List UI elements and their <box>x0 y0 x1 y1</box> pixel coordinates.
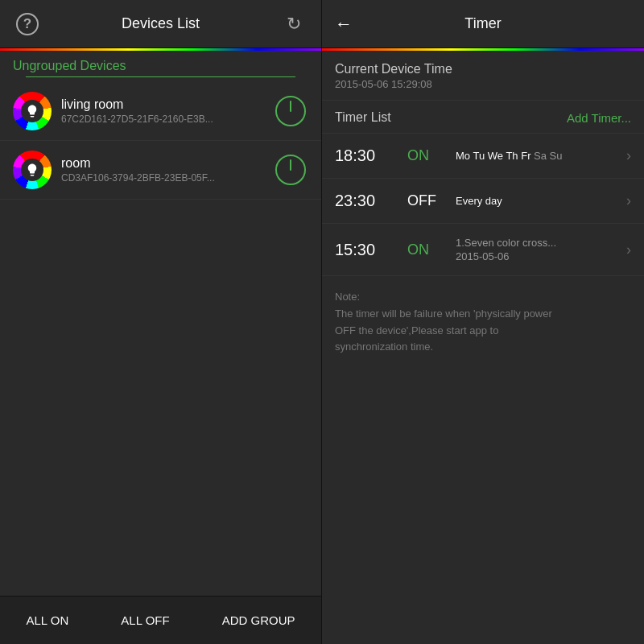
device-id-1: 67C2D161-27D5-21F6-2160-E3B... <box>61 114 273 125</box>
timer-chevron-2: › <box>626 192 631 209</box>
note-section: Note: The timer will be failure when 'ph… <box>322 276 644 369</box>
device-name-1: living room <box>61 97 273 112</box>
device-list: living room 67C2D161-27D5-21F6-2160-E3B.… <box>0 82 321 596</box>
device-info-1: living room 67C2D161-27D5-21F6-2160-E3B.… <box>61 97 273 125</box>
section-divider <box>26 76 295 77</box>
timer-time-2: 23:30 <box>335 192 407 210</box>
current-device-label: Current Device Time <box>335 62 631 76</box>
right-panel: ← Timer Current Device Time 2015-05-06 1… <box>322 0 644 644</box>
right-content: Current Device Time 2015-05-06 15:29:08 … <box>322 51 644 644</box>
timer-days-1: Mo Tu We Th Fr Sa Su <box>456 150 620 162</box>
refresh-icon: ↻ <box>287 14 301 35</box>
device-name-2: room <box>61 156 273 171</box>
timer-chevron-3: › <box>626 242 631 258</box>
day-su: Su <box>550 150 563 162</box>
note-title: Note: <box>335 291 360 303</box>
device-item[interactable]: living room 67C2D161-27D5-21F6-2160-E3B.… <box>0 82 321 141</box>
timer-item-3[interactable]: 15:30 ON 1.Seven color cross... 2015-05-… <box>322 224 644 276</box>
timer-list-label: Timer List <box>335 110 391 125</box>
add-timer-button[interactable]: Add Timer... <box>567 111 631 125</box>
timer-every-day: Every day <box>456 195 502 207</box>
day-th: Th <box>506 150 521 162</box>
day-fr: Fr <box>521 150 534 162</box>
timer-title: Timer <box>365 15 601 32</box>
bulb-icon-1 <box>23 102 41 120</box>
timer-action-1: ON <box>407 147 448 164</box>
power-line-1 <box>290 101 292 112</box>
power-circle-1 <box>275 96 306 126</box>
device-id-2: CD3AF106-3794-2BFB-23EB-05F... <box>61 172 273 184</box>
left-panel: ? Devices List ↻ Ungrouped Devices livin… <box>0 0 322 644</box>
timer-days-3: 1.Seven color cross... <box>456 237 620 249</box>
day-tu: Tu <box>473 150 487 162</box>
timer-details-3: 1.Seven color cross... 2015-05-06 <box>456 237 620 262</box>
power-button-1[interactable] <box>273 93 308 129</box>
all-on-button[interactable]: ALL ON <box>14 607 82 634</box>
device-item-2[interactable]: room CD3AF106-3794-2BFB-23EB-05F... <box>0 141 321 200</box>
help-button[interactable]: ? <box>13 10 42 39</box>
back-button[interactable]: ← <box>335 14 353 35</box>
day-sa: Sa <box>534 150 550 162</box>
device-info-2: room CD3AF106-3794-2BFB-23EB-05F... <box>61 156 273 184</box>
add-group-button[interactable]: ADD GROUP <box>209 607 308 634</box>
section-header: Ungrouped Devices <box>0 51 321 82</box>
note-text: Note: The timer will be failure when 'ph… <box>335 289 631 356</box>
power-line-2 <box>290 159 292 171</box>
power-circle-2 <box>275 155 306 185</box>
timer-item-1[interactable]: 18:30 ON Mo Tu We Th Fr Sa Su › <box>322 134 644 179</box>
timer-details-2: Every day <box>456 195 620 207</box>
refresh-button[interactable]: ↻ <box>279 10 308 39</box>
devices-list-title: Devices List <box>42 15 279 32</box>
current-time-section: Current Device Time 2015-05-06 15:29:08 <box>322 51 644 101</box>
timer-time-3: 15:30 <box>335 241 407 259</box>
timer-details-1: Mo Tu We Th Fr Sa Su <box>456 150 620 162</box>
timer-action-2: OFF <box>407 192 448 209</box>
current-device-time: 2015-05-06 15:29:08 <box>335 78 631 90</box>
section-title: Ungrouped Devices <box>13 59 308 73</box>
timer-action-3: ON <box>407 242 448 258</box>
day-mo: Mo <box>456 150 473 162</box>
day-we: We <box>488 150 506 162</box>
device-icon-2 <box>13 151 52 189</box>
power-button-2[interactable] <box>273 152 308 188</box>
left-header: ? Devices List ↻ <box>0 0 321 48</box>
help-icon: ? <box>16 13 39 35</box>
timer-item-2[interactable]: 23:30 OFF Every day › <box>322 179 644 224</box>
device-icon-1 <box>13 92 52 130</box>
timer-time-1: 18:30 <box>335 147 407 165</box>
timer-color-label: 1.Seven color cross... <box>456 237 556 249</box>
timer-sub-3: 2015-05-06 <box>456 250 620 262</box>
timer-days-2: Every day <box>456 195 620 207</box>
all-off-button[interactable]: ALL OFF <box>108 607 182 634</box>
bulb-icon-2 <box>23 161 41 179</box>
timer-chevron-1: › <box>626 147 631 164</box>
timer-list-header: Timer List Add Timer... <box>322 101 644 134</box>
bottom-bar: ALL ON ALL OFF ADD GROUP <box>0 596 321 644</box>
right-header: ← Timer <box>322 0 644 48</box>
